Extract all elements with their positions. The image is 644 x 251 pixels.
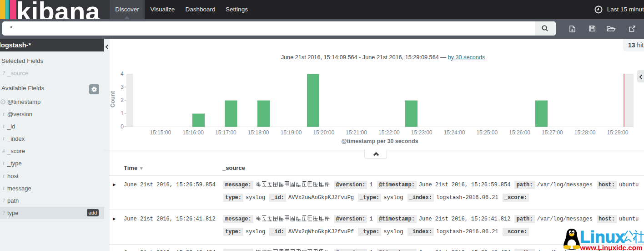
svg-text:@timestamp per 30 seconds: @timestamp per 30 seconds [341,138,418,144]
svg-text:15:15:00: 15:15:00 [150,129,171,136]
svg-text:0: 0 [121,123,124,130]
svg-text:15:25:00: 15:25:00 [476,129,498,136]
svg-text:4: 4 [121,71,124,77]
svg-text:15:22:00: 15:22:00 [378,129,400,136]
svg-text:15:21:00: 15:21:00 [346,129,367,136]
svg-text:15:18:00: 15:18:00 [248,129,269,136]
svg-text:15:17:00: 15:17:00 [215,129,236,136]
svg-text:Count: Count [110,91,116,108]
svg-text:15:28:00: 15:28:00 [574,129,596,136]
svg-text:1: 1 [121,110,124,117]
svg-text:15:24:00: 15:24:00 [444,129,465,136]
svg-text:15:19:00: 15:19:00 [281,129,302,136]
svg-text:15:16:00: 15:16:00 [182,129,204,136]
svg-text:15:27:00: 15:27:00 [542,129,563,136]
svg-text:2: 2 [121,97,124,103]
svg-text:3: 3 [121,84,124,90]
svg-text:15:26:00: 15:26:00 [509,129,530,136]
svg-text:www.Linuxidc.com: www.Linuxidc.com [580,244,643,251]
svg-text:15:20:00: 15:20:00 [313,129,334,136]
svg-text:15:29:00: 15:29:00 [607,129,629,136]
svg-text:15:23:00: 15:23:00 [411,129,433,136]
